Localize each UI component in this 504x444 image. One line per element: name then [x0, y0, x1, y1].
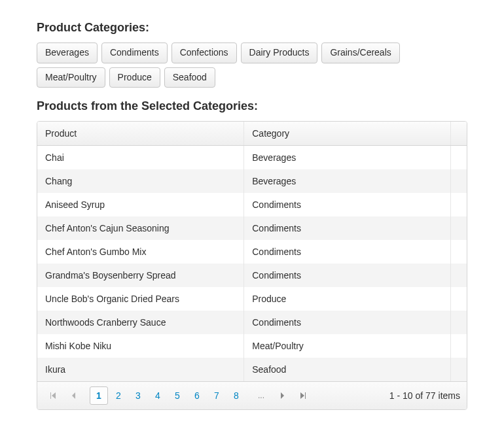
- category-button[interactable]: Produce: [109, 67, 160, 88]
- cell-empty: [450, 358, 467, 381]
- pager-page[interactable]: 7: [207, 386, 226, 405]
- pager-page[interactable]: 3: [129, 386, 147, 405]
- table-row[interactable]: Northwoods Cranberry SauceCondiments: [37, 311, 467, 334]
- pager-page[interactable]: 6: [188, 386, 206, 405]
- cell-category: Beverages: [244, 169, 451, 193]
- chevron-left-icon: [71, 390, 77, 401]
- cell-empty: [450, 193, 467, 216]
- cell-empty: [450, 240, 467, 264]
- column-header-product[interactable]: Product: [37, 122, 244, 146]
- cell-category: Condiments: [244, 264, 451, 287]
- pager-page[interactable]: 2: [109, 386, 128, 405]
- heading-categories: Product Categories:: [37, 21, 467, 35]
- pager-page[interactable]: 5: [168, 386, 187, 405]
- pager-last-button[interactable]: [294, 386, 312, 405]
- table-row[interactable]: ChangBeverages: [37, 169, 467, 193]
- table-row[interactable]: Chef Anton's Cajun SeasoningCondiments: [37, 216, 467, 240]
- table-row[interactable]: Grandma's Boysenberry SpreadCondiments: [37, 264, 467, 287]
- pager-first-button[interactable]: [44, 386, 62, 405]
- cell-category: Condiments: [244, 193, 451, 216]
- table-row[interactable]: Uncle Bob's Organic Dried PearsProduce: [37, 287, 467, 311]
- products-grid: Product Category ChaiBeveragesChangBever…: [37, 121, 467, 410]
- table-row[interactable]: IkuraSeafood: [37, 358, 467, 381]
- table-row[interactable]: ChaiBeverages: [37, 146, 467, 170]
- cell-category: Condiments: [244, 216, 451, 240]
- cell-product: Uncle Bob's Organic Dried Pears: [37, 287, 244, 311]
- table-row[interactable]: Mishi Kobe NikuMeat/Poultry: [37, 334, 467, 358]
- category-button-group: BeveragesCondimentsConfectionsDairy Prod…: [37, 43, 467, 88]
- chevron-right-icon: [279, 390, 285, 401]
- cell-product: Chang: [37, 169, 244, 193]
- category-button[interactable]: Confections: [171, 43, 237, 63]
- pager-page-list: 12345678: [90, 386, 245, 405]
- cell-empty: [450, 287, 467, 311]
- cell-product: Grandma's Boysenberry Spread: [37, 264, 244, 287]
- grid-header-row: Product Category: [37, 122, 467, 146]
- cell-category: Meat/Poultry: [244, 334, 451, 358]
- pager-left: 12345678 ...: [44, 386, 312, 405]
- table-row[interactable]: Aniseed SyrupCondiments: [37, 193, 467, 216]
- cell-category: Produce: [244, 287, 451, 311]
- category-button[interactable]: Grains/Cereals: [321, 43, 399, 63]
- cell-category: Seafood: [244, 358, 451, 381]
- category-button[interactable]: Meat/Poultry: [37, 67, 105, 88]
- category-button[interactable]: Condiments: [101, 43, 168, 63]
- cell-product: Mishi Kobe Niku: [37, 334, 244, 358]
- seek-first-icon: [50, 390, 56, 401]
- pager-more-button[interactable]: ...: [252, 386, 270, 405]
- cell-category: Condiments: [244, 311, 451, 334]
- pager-page[interactable]: 1: [90, 386, 108, 405]
- more-horizontal-icon: ...: [258, 392, 264, 400]
- cell-empty: [450, 216, 467, 240]
- cell-product: Northwoods Cranberry Sauce: [37, 311, 244, 334]
- pager-page[interactable]: 8: [227, 386, 245, 405]
- cell-empty: [450, 311, 467, 334]
- cell-product: Aniseed Syrup: [37, 193, 244, 216]
- pager-page[interactable]: 4: [149, 386, 167, 405]
- pager-info: 1 - 10 of 77 items: [389, 390, 460, 401]
- table-row[interactable]: Chef Anton's Gumbo MixCondiments: [37, 240, 467, 264]
- cell-category: Beverages: [244, 146, 451, 170]
- column-header-category[interactable]: Category: [244, 122, 451, 146]
- column-header-empty: [450, 122, 467, 146]
- seek-last-icon: [300, 390, 306, 401]
- cell-product: Chef Anton's Cajun Seasoning: [37, 216, 244, 240]
- cell-product: Chef Anton's Gumbo Mix: [37, 240, 244, 264]
- cell-empty: [450, 264, 467, 287]
- cell-product: Ikura: [37, 358, 244, 381]
- category-button[interactable]: Beverages: [37, 43, 98, 63]
- heading-products: Products from the Selected Categories:: [37, 99, 467, 113]
- cell-category: Condiments: [244, 240, 451, 264]
- pager-next-button[interactable]: [273, 386, 291, 405]
- category-button[interactable]: Dairy Products: [241, 43, 318, 63]
- category-button[interactable]: Seafood: [164, 67, 215, 88]
- pager: 12345678 ... 1 - 10 of 77 items: [37, 381, 467, 409]
- cell-empty: [450, 334, 467, 358]
- pager-prev-button[interactable]: [65, 386, 83, 405]
- cell-empty: [450, 169, 467, 193]
- cell-empty: [450, 146, 467, 170]
- cell-product: Chai: [37, 146, 244, 170]
